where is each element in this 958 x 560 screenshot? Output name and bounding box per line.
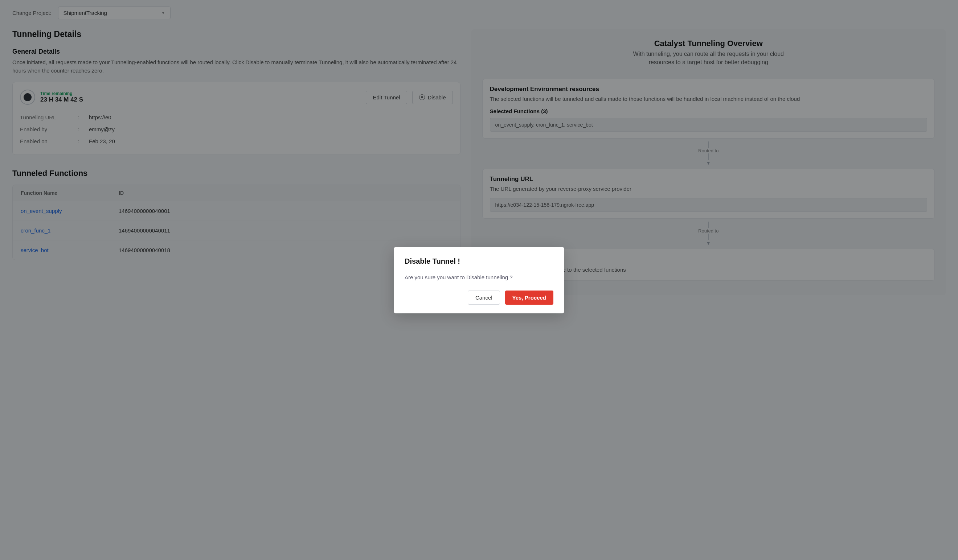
disable-tunnel-modal: Disable Tunnel ! Are you sure you want t…: [394, 247, 564, 302]
modal-overlay[interactable]: Disable Tunnel ! Are you sure you want t…: [0, 0, 958, 302]
proceed-button[interactable]: Yes, Proceed: [505, 291, 554, 302]
cancel-button[interactable]: Cancel: [468, 291, 500, 302]
modal-body: Are you sure you want to Disable tunneli…: [404, 274, 554, 280]
modal-title: Disable Tunnel !: [404, 257, 554, 266]
